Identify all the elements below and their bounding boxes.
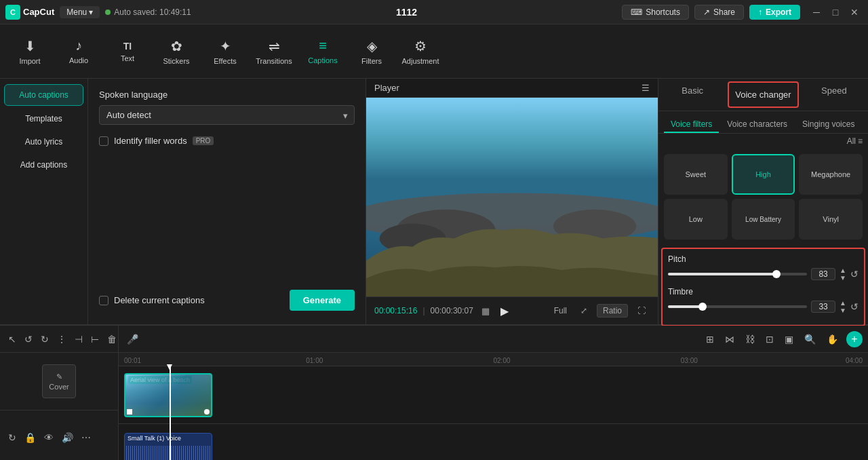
player-title: Player	[374, 83, 399, 93]
timeline-left-panel: ↖ ↺ ↻ ⋮ ⊣ ⊢ 🗑 🛡 ◇ ✎ Cover ↻ 🔒 👁 🔊 ⋯	[0, 326, 119, 460]
track2-more-button[interactable]: ⋯	[79, 431, 94, 444]
voice-card-low[interactable]: Low	[664, 199, 728, 239]
time-ruler: 00:01 01:00 02:00 03:00 04:00	[119, 353, 868, 366]
tab-basic[interactable]: Basic	[658, 79, 726, 111]
export-button[interactable]: ↑ Export	[749, 5, 800, 20]
pitch-thumb[interactable]	[772, 270, 781, 278]
link-button[interactable]: ⛓	[743, 332, 757, 346]
tool-adjustment[interactable]: ⚙ Adjustment	[397, 28, 443, 75]
close-button[interactable]: ✕	[846, 4, 863, 20]
pitch-reset-button[interactable]: ↺	[850, 269, 859, 280]
generate-button[interactable]: Generate	[290, 290, 355, 311]
delete-captions-checkbox[interactable]	[99, 296, 108, 305]
trim-right-button[interactable]: ⊢	[88, 332, 102, 346]
add-track-button[interactable]: +	[846, 331, 863, 347]
maximize-button[interactable]: □	[827, 4, 844, 20]
pitch-up-arrow[interactable]: ▲	[840, 267, 846, 274]
identify-filler-checkbox[interactable]	[99, 136, 108, 146]
pip-button[interactable]: ▣	[782, 332, 796, 346]
voice-card-megaphone[interactable]: Megaphone	[799, 154, 863, 195]
video-placeholder	[366, 98, 658, 296]
voice-card-low-battery[interactable]: Low Battery	[732, 199, 795, 239]
timbre-thumb[interactable]	[698, 303, 707, 311]
redo-button[interactable]: ↻	[38, 332, 52, 346]
track2-loop-button[interactable]: ↻	[5, 431, 19, 444]
track2-volume-button[interactable]: 🔊	[59, 431, 76, 444]
timbre-arrows: ▲ ▼	[840, 299, 846, 314]
ratio-button[interactable]: Ratio	[597, 304, 628, 318]
vf-tab-voice-filters[interactable]: Voice filters	[664, 117, 719, 133]
full-button[interactable]: Full	[550, 305, 571, 317]
left-panel: Auto captions Templates Auto lyrics Add …	[0, 79, 88, 324]
mic-button[interactable]: 🎤	[124, 332, 141, 346]
timbre-fill	[668, 305, 703, 308]
align-button[interactable]: ⊡	[763, 332, 776, 346]
tool-effects[interactable]: ✦ Effects	[202, 28, 248, 75]
voice-card-vinyl[interactable]: Vinyl	[799, 199, 863, 239]
language-select[interactable]: Auto detect	[99, 105, 355, 125]
cover-button[interactable]: ✎ Cover	[42, 364, 76, 398]
window-controls: ─ □ ✕	[808, 4, 863, 20]
tool-captions[interactable]: ≡ Captions	[300, 28, 346, 75]
track2-lock-button[interactable]: 🔒	[22, 431, 39, 444]
identify-filler-label: Identify filler words	[114, 136, 187, 146]
timeline-right-panel: 🎤 ⊞ ⋈ ⛓ ⊡ ▣ 🔍 ✋ + 00:01 01:00 02:00 03:0…	[119, 326, 868, 460]
video-clip[interactable]: Aerial view of a beach	[124, 373, 212, 417]
clip-start-handle[interactable]	[127, 409, 132, 415]
tool-audio[interactable]: ♪ Audio	[56, 28, 102, 75]
select-tool-button[interactable]: ↖	[5, 332, 19, 346]
share-button[interactable]: ↗ Share	[694, 5, 744, 20]
audio-waveform	[125, 446, 212, 461]
magnet-button[interactable]: ⊞	[703, 332, 717, 346]
vf-tab-singing-voices[interactable]: Singing voices	[795, 117, 861, 133]
tool-stickers[interactable]: ✿ Stickers	[153, 28, 199, 75]
pan-button[interactable]: ✋	[824, 332, 841, 346]
play-button[interactable]: ▶	[495, 301, 514, 320]
timbre-down-arrow[interactable]: ▼	[840, 307, 846, 314]
split-button[interactable]: ⋮	[54, 332, 69, 346]
all-button[interactable]: All ≡	[658, 134, 868, 149]
pitch-track[interactable]	[668, 273, 807, 275]
timbre-track[interactable]	[668, 305, 807, 308]
track2-eye-button[interactable]: 👁	[41, 431, 56, 444]
captions-panel: Spoken language Auto detect ▾ Identify f…	[88, 79, 366, 324]
undo-button[interactable]: ↺	[22, 332, 35, 346]
left-btn-add-captions[interactable]: Add captions	[4, 155, 83, 175]
timbre-reset-button[interactable]: ↺	[850, 301, 859, 312]
left-btn-templates[interactable]: Templates	[4, 109, 83, 129]
zoom-out-button[interactable]: 🔍	[802, 332, 818, 346]
minimize-button[interactable]: ─	[808, 4, 825, 20]
tab-voice-changer[interactable]: Voice changer	[728, 81, 798, 108]
ripple-button[interactable]: ⋈	[722, 332, 737, 346]
ruler-mark-0: 00:01	[124, 357, 141, 364]
tool-transitions[interactable]: ⇌ Transitions	[251, 28, 297, 75]
voice-card-sweet[interactable]: Sweet	[664, 154, 728, 195]
vf-tab-voice-characters[interactable]: Voice characters	[720, 117, 794, 133]
filters-icon: ◈	[367, 38, 377, 54]
clip-end-handle[interactable]	[204, 409, 210, 415]
transitions-icon: ⇌	[269, 38, 280, 54]
voice-card-high[interactable]: High	[732, 154, 795, 195]
player-panel: Player ☰	[366, 79, 658, 324]
expand-button[interactable]: ⤢	[576, 305, 591, 317]
menu-button[interactable]: Menu ▾	[60, 6, 100, 18]
trim-left-button[interactable]: ⊣	[72, 332, 85, 346]
track2-controls: ↻ 🔒 👁 🔊 ⋯	[0, 410, 118, 460]
timeline-view-icon[interactable]: ▦	[481, 306, 490, 316]
left-btn-auto-lyrics[interactable]: Auto lyrics	[4, 132, 83, 152]
time-total: 00:00:30:07	[431, 306, 473, 315]
pitch-down-arrow[interactable]: ▼	[840, 274, 846, 282]
pitch-value: 83	[811, 268, 835, 280]
player-controls: 00:00:15:16 | 00:00:30:07 ▦ ▶ Full ⤢ Rat…	[366, 296, 658, 324]
text-icon: TI	[123, 41, 132, 52]
tool-filters[interactable]: ◈ Filters	[349, 28, 395, 75]
audio-clip[interactable]: Small Talk (1) Voice	[124, 433, 212, 461]
timbre-up-arrow[interactable]: ▲	[840, 299, 846, 307]
shortcuts-button[interactable]: ⌨ Shortcuts	[622, 5, 689, 20]
tool-import[interactable]: ⬇ Import	[7, 28, 53, 75]
tab-speed[interactable]: Speed	[800, 79, 868, 111]
tool-text[interactable]: TI Text	[104, 28, 151, 75]
delete-clip-button[interactable]: 🗑	[104, 332, 119, 346]
fullscreen-button[interactable]: ⛶	[633, 305, 650, 317]
left-btn-auto-captions[interactable]: Auto captions	[4, 84, 83, 106]
